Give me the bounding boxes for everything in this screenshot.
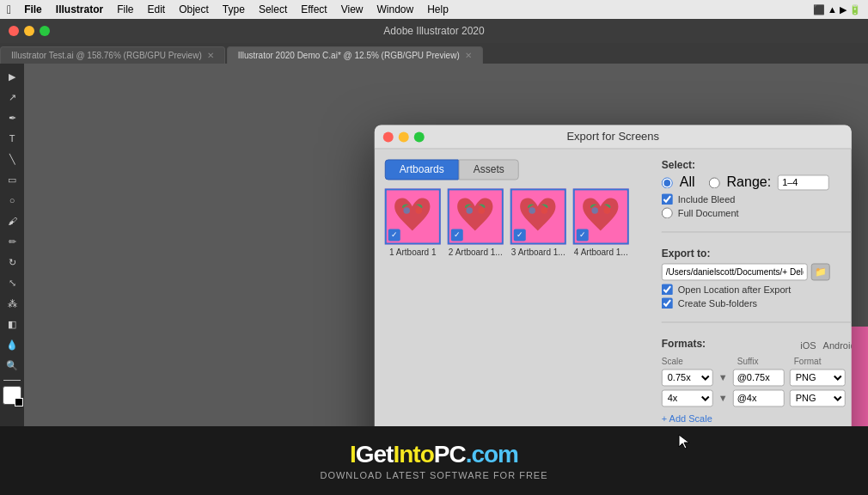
full-document-label: Full Document	[678, 208, 739, 218]
format-select-1[interactable]: PNG JPG SVG PDF	[790, 369, 846, 386]
menu-help[interactable]: Help	[421, 2, 455, 17]
radio-range-label: Range:	[727, 174, 772, 190]
dialog-title: Export for Screens	[566, 130, 659, 143]
menu-type[interactable]: Type	[217, 2, 251, 17]
maximize-button[interactable]	[40, 26, 50, 36]
menu-window[interactable]: Window	[371, 2, 420, 17]
export-to-label: Export to:	[662, 248, 852, 260]
tool-line[interactable]: ╲	[3, 150, 21, 168]
minimize-button[interactable]	[24, 26, 34, 36]
section-divider-2	[662, 321, 852, 322]
include-bleed-checkbox[interactable]	[662, 193, 673, 205]
artboard-item-3: ✓ 3 Artboard 1...	[510, 188, 566, 258]
tool-fill[interactable]	[3, 386, 21, 405]
radio-all[interactable]	[662, 177, 673, 188]
tab-demo-close[interactable]: ✕	[465, 51, 472, 60]
tool-zoom[interactable]: 🔍	[3, 356, 21, 375]
tool-select[interactable]: ▶	[3, 67, 21, 86]
menu-object[interactable]: Object	[173, 2, 215, 17]
full-document-row: Full Document	[662, 207, 852, 218]
svg-point-4	[466, 207, 473, 214]
artboard-check-4[interactable]: ✓	[577, 229, 589, 241]
tool-scale[interactable]: ⤡	[3, 273, 21, 292]
artboard-number-1: 1	[389, 248, 394, 257]
artboard-thumb-1[interactable]: ✓	[385, 188, 441, 244]
tool-type[interactable]: T	[3, 129, 21, 148]
ios-android-controls: iOS Android ⚙	[800, 338, 851, 353]
watermark-into: Into	[393, 441, 433, 468]
scale-dropdown-arrow-1: ▼	[718, 372, 728, 382]
open-location-row: Open Location after Export	[662, 284, 852, 295]
format-select-2[interactable]: PNG JPG SVG PDF	[790, 389, 846, 406]
artboard-thumb-2[interactable]: ✓	[448, 188, 504, 244]
scale-select-2[interactable]: 1x 2x 3x 4x	[662, 389, 713, 406]
tool-rect[interactable]: ▭	[3, 170, 21, 189]
svg-point-2	[416, 207, 423, 214]
tool-blend[interactable]: ⁂	[3, 294, 21, 313]
artboard-thumb-4[interactable]: ✓	[573, 188, 629, 244]
tab-demo[interactable]: Illustrator 2020 Demo C.ai* @ 12.5% (RGB…	[227, 46, 483, 64]
menu-edit[interactable]: Edit	[141, 2, 171, 17]
radio-range[interactable]	[709, 177, 720, 188]
tool-ellipse[interactable]: ○	[3, 191, 21, 210]
add-scale-button[interactable]: + Add Scale	[662, 413, 712, 424]
create-subfolders-checkbox[interactable]	[662, 297, 673, 309]
apple-logo[interactable]: 	[7, 3, 11, 16]
menu-bar-left:  File Illustrator File Edit Object Type…	[0, 2, 455, 17]
artboard-check-1[interactable]: ✓	[388, 229, 400, 241]
tool-pencil[interactable]: ✏	[3, 232, 21, 251]
window-controls	[9, 26, 50, 36]
tab-artboards[interactable]: Artboards	[385, 159, 459, 180]
create-subfolders-row: Create Sub-folders	[662, 297, 852, 309]
menu-illustrator-label[interactable]: Illustrator	[50, 2, 109, 17]
format-columns-header: Scale Suffix Format	[662, 357, 852, 366]
menu-select[interactable]: Select	[253, 2, 293, 17]
scale-select-1[interactable]: 0.75x 1x 2x 3x 4x	[662, 369, 713, 386]
artboard-label-2: 2 Artboard 1...	[449, 248, 503, 258]
open-location-label: Open Location after Export	[678, 284, 791, 295]
export-path-input[interactable]	[662, 263, 808, 280]
artboard-item-1: ✓ 1 Artboard 1	[385, 188, 441, 258]
tool-direct-select[interactable]: ↗	[3, 88, 21, 107]
tab-test-close[interactable]: ✕	[207, 51, 214, 60]
range-input[interactable]	[778, 174, 829, 190]
artboard-check-3[interactable]: ✓	[514, 229, 526, 241]
format-col-header: Format	[794, 357, 850, 366]
menu-bar-right: ⬛ ▲ ▶ 🔋	[813, 4, 861, 15]
dialog-minimize[interactable]	[399, 131, 409, 142]
right-panel: Select: All Range: Include Bleed	[662, 159, 852, 425]
artboard-number-3: 3	[511, 248, 518, 257]
tool-eyedropper[interactable]: 💧	[3, 335, 21, 354]
tool-rotate[interactable]: ↻	[3, 253, 21, 272]
tool-brush[interactable]: 🖌	[3, 211, 21, 230]
artboard-name-2: Artboard 1...	[455, 248, 503, 257]
svg-point-8	[541, 207, 548, 214]
folder-browse-button[interactable]: 📁	[811, 263, 830, 280]
tab-test-label: Illustrator Test.ai @ 158.76% (RGB/GPU P…	[11, 51, 202, 60]
artboard-check-2[interactable]: ✓	[451, 229, 463, 241]
suffix-input-1[interactable]	[733, 369, 785, 386]
suffix-input-2[interactable]	[733, 389, 785, 406]
menu-view[interactable]: View	[335, 2, 370, 17]
watermark-pc: PC	[434, 441, 466, 468]
left-panel: Artboards Assets	[385, 159, 651, 425]
svg-point-7	[529, 207, 535, 214]
full-document-radio[interactable]	[662, 207, 673, 218]
dialog-close[interactable]	[383, 131, 394, 142]
watermark-i: I	[350, 441, 356, 468]
artboard-thumb-3[interactable]: ✓	[510, 188, 566, 244]
radio-all-row: All Range:	[662, 174, 852, 190]
svg-point-11	[604, 207, 611, 214]
tool-gradient[interactable]: ◧	[3, 315, 21, 333]
open-location-checkbox[interactable]	[662, 284, 673, 295]
close-button[interactable]	[9, 26, 19, 36]
tool-pen[interactable]: ✒	[3, 108, 21, 127]
tab-assets[interactable]: Assets	[459, 159, 519, 180]
dialog-body: Artboards Assets	[375, 149, 852, 436]
menu-file[interactable]: File	[111, 2, 139, 17]
menu-bar:  File Illustrator File Edit Object Type…	[0, 0, 868, 19]
dialog-maximize[interactable]	[414, 131, 425, 142]
menu-illustrator[interactable]: File	[18, 2, 48, 17]
menu-effect[interactable]: Effect	[295, 2, 333, 17]
tab-test[interactable]: Illustrator Test.ai @ 158.76% (RGB/GPU P…	[0, 46, 225, 64]
